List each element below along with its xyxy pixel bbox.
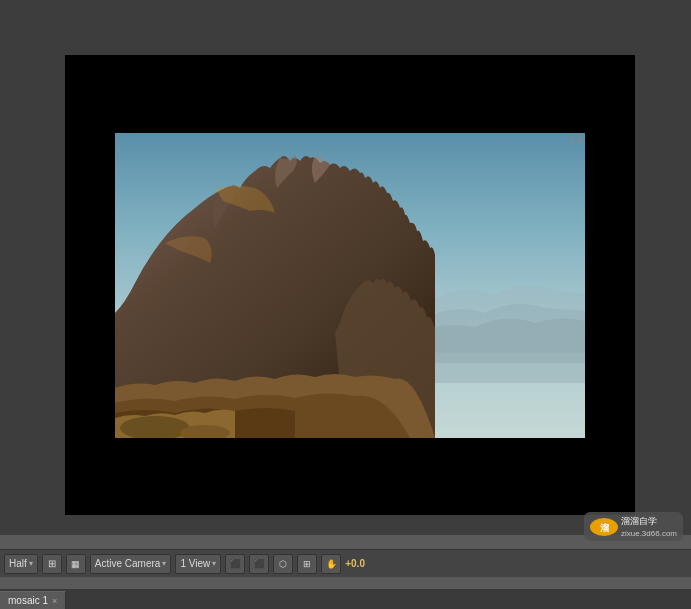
hand-icon: ✋ [326, 559, 337, 569]
watermark: 溜 溜溜自学 zixue.3d66.com [584, 512, 683, 541]
grid-icon: ⊞ [48, 558, 56, 569]
tab-close-icon[interactable]: × [52, 596, 57, 606]
watermark-site: 溜溜自学 [621, 515, 677, 528]
toolbar: Half ▾ ⊞ ▦ Active Camera ▾ 1 View ▾ ⬛ ⬛ … [0, 549, 691, 577]
render-image: 0 0 [115, 133, 585, 438]
overlay-button[interactable]: ▦ [66, 554, 86, 574]
svg-text:溜: 溜 [599, 523, 608, 533]
tab-bar: mosaic 1 × [0, 589, 691, 609]
camera-label: Active Camera [95, 558, 161, 569]
render-corner-info: 0 0 [569, 135, 583, 146]
grid2-icon: ⊞ [303, 559, 311, 569]
zoom-dropdown[interactable]: Half ▾ [4, 554, 38, 574]
scene-button[interactable]: ⬛ [249, 554, 269, 574]
hand-button[interactable]: ✋ [321, 554, 341, 574]
render-icon: ⬛ [230, 559, 241, 569]
watermark-url: zixue.3d66.com [621, 529, 677, 538]
camera-dropdown[interactable]: Active Camera ▾ [90, 554, 172, 574]
tab-mosaic1[interactable]: mosaic 1 × [0, 591, 66, 609]
scene-icon: ⬛ [254, 559, 265, 569]
zoom-label: Half [9, 558, 27, 569]
tab-label: mosaic 1 [8, 595, 48, 606]
render-button[interactable]: ⬛ [225, 554, 245, 574]
zoom-chevron-icon: ▾ [29, 559, 33, 568]
grid-button[interactable]: ⊞ [42, 554, 62, 574]
camera-chevron-icon: ▾ [162, 559, 166, 568]
viewport-inner: 0 0 [65, 55, 635, 515]
viewport-container: 0 0 [0, 0, 691, 535]
offset-value: +0.0 [345, 558, 365, 569]
grid2-button[interactable]: ⊞ [297, 554, 317, 574]
view-label: 1 View [180, 558, 210, 569]
nodes-button[interactable]: ⬡ [273, 554, 293, 574]
nodes-icon: ⬡ [279, 559, 287, 569]
overlay-icon: ▦ [71, 559, 80, 569]
view-dropdown[interactable]: 1 View ▾ [175, 554, 221, 574]
view-chevron-icon: ▾ [212, 559, 216, 568]
watermark-logo: 溜 [590, 518, 618, 536]
